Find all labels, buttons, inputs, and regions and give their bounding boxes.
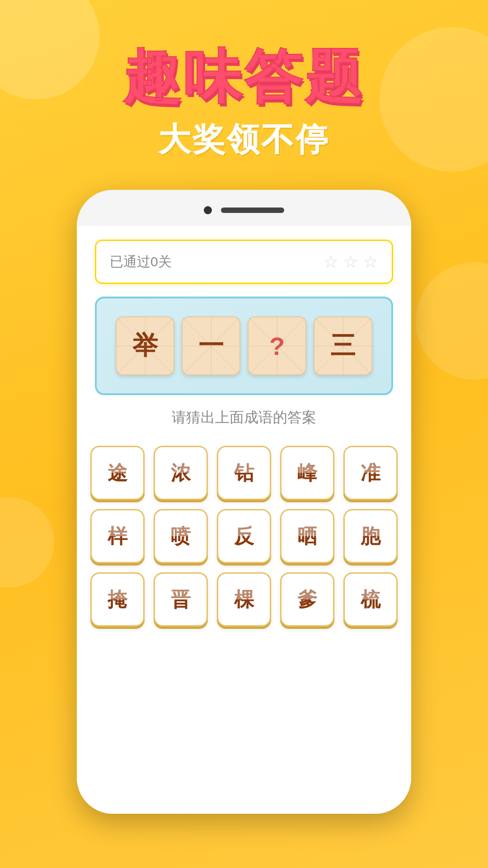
answer-btn-样[interactable]: 样 <box>90 509 145 563</box>
stars-container: ☆ ☆ ☆ <box>323 252 378 272</box>
phone-notch <box>77 190 411 226</box>
star-2: ☆ <box>343 252 358 272</box>
answer-btn-掩[interactable]: 掩 <box>90 572 145 627</box>
answer-btn-峰[interactable]: 峰 <box>280 446 334 500</box>
answer-btn-晋[interactable]: 晋 <box>154 572 208 627</box>
tile-x-line2-4 <box>314 318 371 374</box>
phone-camera <box>204 206 212 214</box>
answer-row-3: 掩 晋 棵 爹 梳 <box>90 572 398 627</box>
answer-btn-爹[interactable]: 爹 <box>280 572 334 627</box>
tile-x-line2 <box>117 318 173 374</box>
deco-circle-bottom-left <box>0 497 54 588</box>
phone-mockup: 已通过0关 ☆ ☆ ☆ 举 一 ? <box>77 190 411 814</box>
phone-screen: 已通过0关 ☆ ☆ ☆ 举 一 ? <box>77 226 411 814</box>
tile-3-question: ? <box>248 316 306 375</box>
deco-circle-bottom-right <box>416 262 488 380</box>
tile-x-line1-2 <box>183 318 239 374</box>
answer-btn-喷[interactable]: 喷 <box>154 509 208 563</box>
answer-row-1: 途 浓 钻 峰 准 <box>90 446 398 500</box>
progress-text: 已通过0关 <box>110 253 172 271</box>
tile-1: 举 <box>116 316 174 375</box>
answer-row-2: 样 喷 反 晒 胞 <box>90 509 398 563</box>
app-title: 趣味答题 <box>0 45 488 109</box>
answer-btn-准[interactable]: 准 <box>343 446 398 500</box>
header-area: 趣味答题 大奖领不停 <box>0 0 488 161</box>
answer-btn-棵[interactable]: 棵 <box>217 572 271 627</box>
tile-x-line2-3 <box>249 318 305 374</box>
tile-x-line1 <box>117 318 173 374</box>
answer-btn-反[interactable]: 反 <box>217 509 271 563</box>
answer-btn-途[interactable]: 途 <box>90 446 145 500</box>
answer-grid: 途 浓 钻 峰 准 样 喷 反 晒 胞 掩 晋 棵 爹 梳 <box>95 446 393 627</box>
tile-4: 三 <box>314 316 372 375</box>
star-1: ☆ <box>323 252 338 272</box>
answer-btn-钻[interactable]: 钻 <box>217 446 271 500</box>
answer-btn-胞[interactable]: 胞 <box>343 509 398 563</box>
tile-x-line2-2 <box>183 318 239 374</box>
answer-btn-梳[interactable]: 梳 <box>343 572 398 627</box>
app-subtitle: 大奖领不停 <box>0 118 488 161</box>
answer-btn-晒[interactable]: 晒 <box>280 509 334 563</box>
progress-bar: 已通过0关 ☆ ☆ ☆ <box>95 240 393 284</box>
tile-x-line1-3 <box>249 318 305 374</box>
phone-speaker <box>221 208 284 213</box>
answer-btn-浓[interactable]: 浓 <box>154 446 208 500</box>
star-3: ☆ <box>363 252 378 272</box>
tile-2: 一 <box>182 316 240 375</box>
instruction-text: 请猜出上面成语的答案 <box>95 408 393 428</box>
puzzle-area: 举 一 ? 三 <box>95 297 393 395</box>
tile-x-line1-4 <box>314 318 371 374</box>
